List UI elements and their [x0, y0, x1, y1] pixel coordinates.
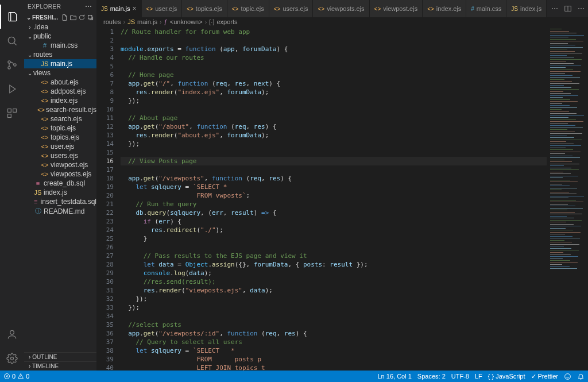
tree-item-topics-ejs[interactable]: <>topics.ejs [24, 133, 96, 142]
tab-main-js[interactable]: JSmain.js× [96, 0, 142, 17]
file-icon: <> [274, 6, 281, 12]
close-icon[interactable]: × [133, 5, 137, 13]
tree-item-search-ejs[interactable]: <>search.ejs [24, 114, 96, 124]
activity-settings-icon[interactable] [0, 346, 24, 371]
new-file-icon[interactable] [61, 14, 68, 21]
tab-topic-ejs[interactable]: <>topic.ejs [227, 0, 269, 17]
tab-user-ejs[interactable]: <>user.ejs [142, 0, 183, 17]
tree-item-about-ejs[interactable]: <>about.ejs [24, 78, 96, 87]
svg-point-18 [565, 373, 571, 379]
tab-topics-ejs[interactable]: <>topics.ejs [182, 0, 227, 17]
tree-item-insert-testdata-sql[interactable]: ≡insert_testdata.sql [24, 197, 96, 206]
project-header[interactable]: ⌄ FRESHI... [24, 13, 96, 22]
tree-item-addpost-ejs[interactable]: <>addpost.ejs [24, 87, 96, 96]
breadcrumb-segment[interactable]: <unknown> [170, 18, 203, 25]
tree-item-readme-md[interactable]: ⓘREADME.md [24, 206, 96, 216]
status-feedback-icon[interactable] [564, 373, 571, 380]
tab-viewpost-ejs[interactable]: <>viewpost.ejs [370, 0, 423, 17]
tree-item-index-ejs[interactable]: <>index.ejs [24, 96, 96, 105]
breadcrumb-icon: JS [127, 18, 135, 25]
file-icon: <> [187, 6, 194, 12]
tab-main-css[interactable]: #main.css [466, 0, 506, 17]
tree-item-user-ejs[interactable]: <>user.ejs [24, 142, 96, 151]
file-tree: ›.idea⌄public#main.css⌄routesJSmain.js⌄v… [24, 22, 96, 352]
tab-label: index.ejs [436, 5, 461, 12]
tree-item-label: topic.ejs [51, 124, 76, 132]
tree-item-create-db-sql[interactable]: ≡create_db.sql [24, 179, 96, 188]
tree-item-topic-ejs[interactable]: <>topic.ejs [24, 124, 96, 133]
breadcrumb-icon: ƒ [164, 18, 168, 25]
tree-item-main-css[interactable]: #main.css [24, 41, 96, 50]
more-tabs-icon[interactable]: ⋯ [551, 5, 558, 13]
project-actions [61, 14, 94, 21]
file-icon: <> [40, 143, 49, 150]
chevron-icon: ⌄ [26, 70, 33, 76]
tree-item-views[interactable]: ⌄views [24, 68, 96, 78]
tree-item-label: user.ejs [51, 142, 74, 151]
activity-explorer-icon[interactable] [0, 5, 24, 29]
status-cursor-pos[interactable]: Ln 16, Col 1 [378, 373, 412, 380]
code-content[interactable]: // Route handler for forum web app modul… [121, 26, 547, 371]
explorer-more-icon[interactable]: ⋯ [85, 2, 93, 10]
file-icon: <> [40, 161, 49, 168]
file-icon: # [471, 6, 474, 12]
tree-item-label: search-result.ejs [46, 106, 96, 114]
breadcrumb-segment[interactable]: routes [103, 18, 121, 25]
file-icon: JS [33, 189, 42, 196]
svg-line-1 [14, 43, 16, 45]
status-encoding[interactable]: UTF-8 [451, 373, 469, 380]
status-bar: 0 0 Ln 16, Col 1 Spaces: 2 UTF-8 LF { } … [0, 371, 588, 382]
tree-item-main-js[interactable]: JSmain.js [24, 59, 96, 68]
status-bell-icon[interactable] [577, 373, 585, 380]
minimap[interactable] [547, 26, 588, 371]
breadcrumb-segment[interactable]: exports [216, 18, 237, 25]
code-editor[interactable]: 1234567891011121314151617181920212223242… [96, 26, 588, 371]
new-folder-icon[interactable] [69, 14, 77, 21]
activity-debug-icon[interactable] [0, 77, 24, 101]
chevron-icon: › [26, 24, 33, 30]
tree-item-label: search.ejs [51, 115, 82, 123]
tab-viewposts-ejs[interactable]: <>viewposts.ejs [313, 0, 369, 17]
activity-account-icon[interactable] [0, 322, 24, 346]
activity-search-icon[interactable] [0, 29, 24, 53]
file-icon: <> [318, 6, 324, 12]
tree-item-public[interactable]: ⌄public [24, 32, 96, 41]
status-language[interactable]: { } JavaScript [488, 373, 525, 380]
svg-point-10 [11, 357, 14, 360]
tree-item--idea[interactable]: ›.idea [24, 22, 96, 32]
collapse-all-icon[interactable] [87, 14, 94, 21]
activity-scm-icon[interactable] [0, 53, 24, 77]
editor-more-icon[interactable]: ⋯ [578, 5, 585, 13]
split-editor-icon[interactable] [564, 5, 572, 13]
status-indent[interactable]: Spaces: 2 [417, 373, 446, 380]
tree-item-viewposts-ejs[interactable]: <>viewposts.ejs [24, 169, 96, 179]
tree-item-viewpost-ejs[interactable]: <>viewpost.ejs [24, 160, 96, 169]
tree-item-label: routes [33, 51, 52, 59]
file-icon: <> [40, 79, 49, 86]
refresh-icon[interactable] [78, 14, 86, 21]
file-icon: <> [146, 6, 153, 12]
breadcrumb[interactable]: routes›JSmain.js›ƒ<unknown>›[·]exports [96, 17, 588, 26]
activity-extensions-icon[interactable] [0, 101, 24, 125]
tree-item-users-ejs[interactable]: <>users.ejs [24, 151, 96, 160]
outline-section-header[interactable]: › OUTLINE [24, 352, 96, 361]
explorer-sidebar: EXPLORER ⋯ ⌄ FRESHI... ›.idea⌄public#mai… [24, 0, 96, 371]
svg-point-3 [8, 67, 10, 69]
tree-item-search-result-ejs[interactable]: <>search-result.ejs [24, 105, 96, 114]
tab-label: user.ejs [155, 5, 177, 12]
breadcrumb-segment[interactable]: main.js [137, 18, 157, 25]
tab-label: main.css [477, 5, 501, 12]
tab-index-ejs[interactable]: <>index.ejs [423, 0, 466, 17]
tree-item-label: users.ejs [51, 152, 78, 160]
timeline-section-header[interactable]: › TIMELINE [24, 361, 96, 371]
tab-index-js[interactable]: JSindex.js [506, 0, 547, 17]
file-icon: ≡ [32, 198, 40, 205]
tab-users-ejs[interactable]: <>users.ejs [269, 0, 314, 17]
status-problems[interactable]: 0 0 [3, 373, 29, 380]
chevron-down-icon: ⌄ [26, 14, 31, 21]
status-eol[interactable]: LF [475, 373, 482, 380]
file-icon: ⓘ [33, 207, 42, 215]
tree-item-routes[interactable]: ⌄routes [24, 50, 96, 59]
status-prettier[interactable]: ✓ Prettier [531, 373, 558, 380]
tree-item-index-js[interactable]: JSindex.js [24, 188, 96, 197]
